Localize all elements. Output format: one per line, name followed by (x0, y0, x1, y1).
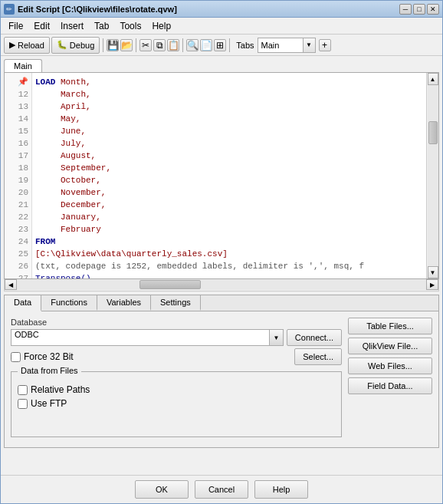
force32-checkbox-label: Force 32 Bit (11, 351, 74, 362)
cut-icon[interactable]: ✂ (139, 39, 152, 51)
relative-paths-checkbox[interactable] (18, 385, 28, 395)
close-button[interactable]: ✕ (427, 4, 439, 15)
menu-file[interactable]: File (4, 19, 28, 33)
code-line-20: October, (35, 174, 423, 186)
relative-paths-label: Relative Paths (18, 384, 335, 395)
web-files-button[interactable]: Web Files... (348, 357, 432, 374)
code-line-25: FROM (35, 236, 423, 248)
page-icon[interactable]: 📄 (200, 39, 212, 51)
tabs-dropdown-arrow[interactable]: ▼ (304, 38, 316, 53)
qlikview-file-button[interactable]: QlikView File... (348, 338, 432, 354)
tab-variables[interactable]: Variables (97, 295, 151, 311)
code-content[interactable]: LOAD Month, March, April, May, June, Jul… (32, 73, 426, 278)
ok-button[interactable]: OK (135, 480, 189, 499)
line-num-21: 21 (15, 199, 31, 211)
database-select-arrow[interactable]: ▼ (270, 329, 284, 346)
maximize-button[interactable]: □ (413, 4, 425, 15)
line-num-18: 18 (15, 162, 31, 174)
bottom-content: Database ODBC ▼ Connect... (5, 311, 438, 443)
pin-icon: 📌 (18, 77, 28, 87)
code-line-16: June, (35, 125, 423, 137)
data-files-label: Data from Files (18, 366, 81, 375)
database-row: ODBC ▼ Connect... (11, 329, 342, 346)
field-data-button[interactable]: Field Data... (348, 377, 432, 394)
line-numbers: 📌 12 13 14 15 16 17 18 19 20 21 22 23 24… (5, 73, 32, 278)
code-line-18: August, (35, 150, 423, 162)
hscroll-thumb[interactable] (139, 280, 201, 289)
database-label: Database (11, 318, 342, 327)
scroll-left-arrow[interactable]: ◀ (5, 279, 17, 290)
cancel-button[interactable]: Cancel (195, 480, 248, 499)
debug-button[interactable]: 🐛 Debug (51, 37, 100, 54)
minimize-button[interactable]: ─ (399, 4, 412, 15)
code-line-23: January, (35, 211, 423, 223)
code-line-14: April, (35, 100, 423, 113)
code-line-19: September, (35, 162, 423, 174)
toolbar-separator-3 (182, 38, 183, 52)
tab-settings[interactable]: Settings (151, 295, 201, 311)
tab-main[interactable]: Main (4, 59, 42, 72)
scroll-up-arrow[interactable]: ▲ (428, 73, 438, 85)
main-content: Main 📌 12 13 14 15 16 17 18 19 20 21 22 … (1, 56, 442, 475)
code-line-13: March, (35, 88, 423, 100)
data-files-content: Relative Paths Use FTP (18, 384, 335, 409)
right-section: Table Files... QlikView File... Web File… (348, 318, 432, 437)
line-num-19: 19 (15, 174, 31, 186)
table-files-button[interactable]: Table Files... (348, 318, 432, 334)
edit-script-window: ✏ Edit Script [C:\Qlikview\files\rotate.… (0, 0, 443, 504)
force32-checkbox[interactable] (11, 352, 21, 362)
connect-button[interactable]: Connect... (287, 329, 342, 346)
dialog-buttons: OK Cancel Help (1, 475, 442, 503)
line-num-16: 16 (15, 137, 31, 150)
search-icon[interactable]: 🔍 (186, 39, 199, 51)
reload-label: Reload (18, 41, 44, 50)
line-num-26: 26 (15, 260, 31, 272)
line-num-14: 14 (15, 113, 31, 125)
line-num-15: 15 (15, 125, 31, 137)
menu-tools[interactable]: Tools (115, 19, 146, 33)
tab-data[interactable]: Data (5, 295, 41, 311)
grid-icon[interactable]: ⊞ (214, 39, 226, 51)
reload-icon: ▶ (9, 40, 15, 50)
scroll-thumb[interactable] (428, 121, 438, 144)
menu-insert[interactable]: Insert (56, 19, 88, 33)
tabs-dropdown-value[interactable]: Main (258, 38, 304, 53)
tabs-label: Tabs (236, 41, 254, 50)
code-line-12: LOAD Month, (35, 76, 423, 88)
database-select[interactable]: ODBC (11, 329, 270, 346)
scroll-right-arrow[interactable]: ▶ (426, 279, 438, 290)
open-icon[interactable]: 📂 (120, 39, 133, 51)
use-ftp-checkbox[interactable] (18, 399, 28, 409)
debug-icon: 🐛 (57, 40, 67, 50)
line-num-24: 24 (15, 236, 31, 248)
code-line-21: November, (35, 186, 423, 199)
data-files-group: Data from Files Relative Paths Use FTP (11, 371, 342, 437)
add-tab-icon[interactable]: + (319, 39, 331, 51)
code-line-26: [C:\Qlikview\data\quarterly_sales.csv] (35, 248, 423, 260)
toolbar-separator-1 (103, 38, 103, 52)
save-icon[interactable]: 💾 (107, 39, 119, 51)
line-num-22: 22 (15, 211, 31, 223)
menu-help[interactable]: Help (147, 19, 176, 33)
horizontal-scrollbar: ◀ ▶ (4, 279, 439, 292)
tabs-selector: Main ▼ (258, 38, 316, 53)
menu-tab[interactable]: Tab (90, 19, 113, 33)
toolbar-separator-2 (136, 38, 136, 52)
code-line-27: (txt, codepage is 1252, embedded labels,… (35, 260, 423, 272)
tab-functions[interactable]: Functions (41, 295, 97, 311)
help-button[interactable]: Help (254, 480, 308, 499)
database-group: Database ODBC ▼ Connect... (11, 318, 342, 365)
script-tab-bar: Main (4, 59, 439, 72)
line-num-13: 13 (15, 100, 31, 113)
copy-icon[interactable]: ⧉ (153, 39, 166, 51)
select-button[interactable]: Select... (294, 348, 342, 365)
code-line-17: July, (35, 137, 423, 150)
line-num-25: 25 (15, 248, 31, 260)
menu-edit[interactable]: Edit (29, 19, 54, 33)
code-editor: 📌 12 13 14 15 16 17 18 19 20 21 22 23 24… (4, 72, 439, 279)
bottom-panel: Data Functions Variables Settings Databa… (4, 295, 439, 448)
paste-icon[interactable]: 📋 (167, 39, 179, 51)
scroll-down-arrow[interactable]: ▼ (428, 266, 438, 278)
use-ftp-text: Use FTP (31, 398, 67, 409)
reload-button[interactable]: ▶ Reload (4, 37, 50, 54)
